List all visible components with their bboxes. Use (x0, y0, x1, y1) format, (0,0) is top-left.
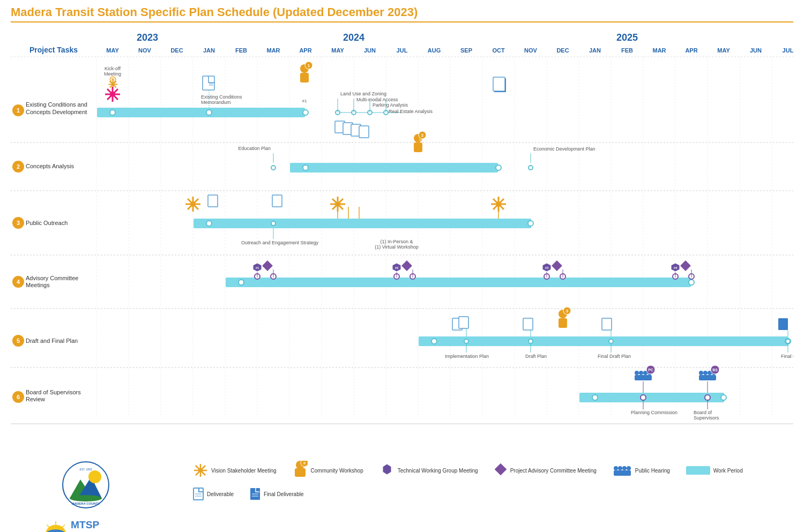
svg-text:3: 3 (566, 309, 569, 313)
gantt-bar-6 (579, 393, 724, 402)
final-plan-milestone (786, 339, 790, 343)
legend-item-twg: Technical Working Group Meeting (379, 463, 478, 478)
real-estate-label: Real Estate Analysis (389, 109, 433, 114)
svg-text:MAR: MAR (652, 47, 666, 54)
svg-text:PC: PC (648, 368, 653, 372)
multimodal-label: Multi-modal Access (356, 97, 398, 102)
svg-text:APR: APR (299, 47, 311, 54)
gantt-bar-5 (419, 336, 788, 346)
svg-point-124 (618, 466, 622, 470)
milestone-6-end (721, 395, 726, 400)
draft-plan-label: Draft Plan (525, 354, 547, 359)
bottom-area: MADERA COUNTY EST. 1893 MTSP MADERA TRAN… (11, 455, 793, 532)
existing-cond-memo-label2: Memorandum (201, 100, 231, 105)
page-wrapper: Madera Transit Station Specific Plan Sch… (0, 0, 804, 532)
svg-text:MAR: MAR (266, 47, 280, 54)
final-plan-doc (778, 318, 788, 330)
milestone-3-end (528, 221, 533, 226)
outreach-strategy-label1: Outreach and Engagement Strategy (241, 240, 319, 245)
work-period-icon (686, 466, 710, 475)
svg-point-90 (699, 371, 703, 375)
milestone-5-start (431, 339, 437, 344)
task-label-6b: Review (26, 396, 45, 402)
svg-point-83 (635, 371, 639, 375)
svg-text:FEB: FEB (621, 47, 633, 54)
svg-marker-121 (383, 464, 391, 475)
task-row-2: 2 Concepts Analysis 2 V Education Plan E… (12, 131, 595, 173)
kickoff-icon (105, 87, 120, 102)
svg-text:MAY: MAY (331, 47, 344, 54)
svg-text:1: 1 (308, 63, 310, 68)
twg-2a-label: #2 (395, 266, 399, 269)
svg-point-49 (110, 92, 115, 97)
svg-text:DEC: DEC (170, 47, 183, 54)
doc-final-draft (602, 318, 612, 330)
pac-3a (552, 260, 562, 271)
outreach-strategy-milestone (271, 221, 276, 226)
svg-line-109 (62, 525, 65, 528)
planning-commission-milestone (641, 395, 646, 400)
svg-rect-87 (635, 375, 652, 380)
svg-point-65 (190, 201, 196, 207)
svg-text:JUN: JUN (750, 47, 762, 54)
task-label-1a: Existing Conditions and (26, 101, 87, 108)
svg-point-70 (335, 201, 340, 207)
workshop1-badge: #1 (302, 99, 307, 103)
land-use-label: Land Use and Zoning (340, 91, 386, 96)
svg-text:NOV: NOV (524, 47, 538, 54)
year-2023: 2023 (137, 32, 158, 43)
econ-dev-label: Economic Development Plan (533, 146, 595, 152)
board-supervisors-label2: Supervisors (694, 415, 719, 421)
kickoff-label2: Meeting (104, 71, 121, 77)
legend-item-public-hearing: Public Hearing (613, 463, 670, 478)
task-row-5: 5 Draft and Final Plan Implementation Pl… (12, 307, 793, 359)
board-supervisors-milestone (705, 395, 710, 400)
svg-text:AUG: AUG (428, 47, 441, 54)
svg-text:JUN: JUN (364, 47, 376, 54)
task-number-label-3: 3 (17, 220, 20, 226)
final-deliverable-icon (250, 488, 260, 500)
svg-text:APR: APR (685, 47, 697, 54)
task-label-4a: Advisory Committee (26, 275, 78, 281)
doc-draft-plan (523, 318, 533, 330)
gantt-chart: 2023 2024 2025 Project Tasks // We'll us… (11, 25, 793, 453)
community-workshop-2: 2 V (414, 131, 426, 152)
starburst-outreach-1 (185, 197, 200, 212)
pac-4a (680, 260, 691, 271)
task-number-label-4: 4 (17, 279, 20, 285)
svg-rect-127 (614, 470, 631, 476)
svg-text:JAN: JAN (589, 47, 601, 54)
milestone-4-start (239, 280, 244, 285)
legend-item-vision: Vision Stakeholder Meeting (193, 463, 277, 478)
svg-line-108 (47, 525, 49, 528)
pac-1a (262, 260, 273, 271)
milestone-2-start (303, 165, 308, 170)
twg-4a-label: #4 (674, 266, 678, 269)
svg-rect-94 (699, 375, 716, 380)
svg-text:JUL: JUL (397, 47, 408, 54)
milestone-6-start (592, 395, 598, 400)
madera-county-logo: MADERA COUNTY EST. 1893 (62, 461, 110, 509)
svg-text:EST. 1893: EST. 1893 (79, 468, 92, 471)
svg-text:MAY: MAY (106, 47, 119, 54)
community-workshop-3: 3 (559, 307, 571, 328)
logos-area: MADERA COUNTY EST. 1893 MTSP MADERA TRAN… (11, 461, 161, 532)
implementation-milestone (464, 339, 468, 343)
board-supervisors-label1: Board of (694, 410, 712, 415)
twg-label: Technical Working Group Meeting (398, 467, 478, 474)
mtsp-logo: MTSP MADERA TRANSIT STATION SPECIFIC PLA… (43, 514, 129, 532)
task-label-4b: Meetings (26, 282, 50, 288)
task-number-label-6: 6 (17, 394, 20, 400)
task-label-3: Public Outreach (26, 220, 68, 226)
task-row-3: 3 Public Outreach (12, 195, 533, 250)
legend-item-pac: Project Advisory Committee Meeting (494, 463, 597, 478)
svg-point-75 (496, 201, 501, 207)
svg-text:MAY: MAY (717, 47, 730, 54)
svg-point-101 (88, 470, 101, 483)
svg-text:MADERA COUNTY: MADERA COUNTY (71, 502, 100, 505)
project-tasks-label: Project Tasks (29, 46, 78, 54)
white-doc-1 (493, 77, 505, 91)
task-number-label-2: 2 (17, 163, 20, 170)
gantt-bar-4 (226, 278, 691, 287)
draft-plan-milestone (528, 339, 533, 343)
